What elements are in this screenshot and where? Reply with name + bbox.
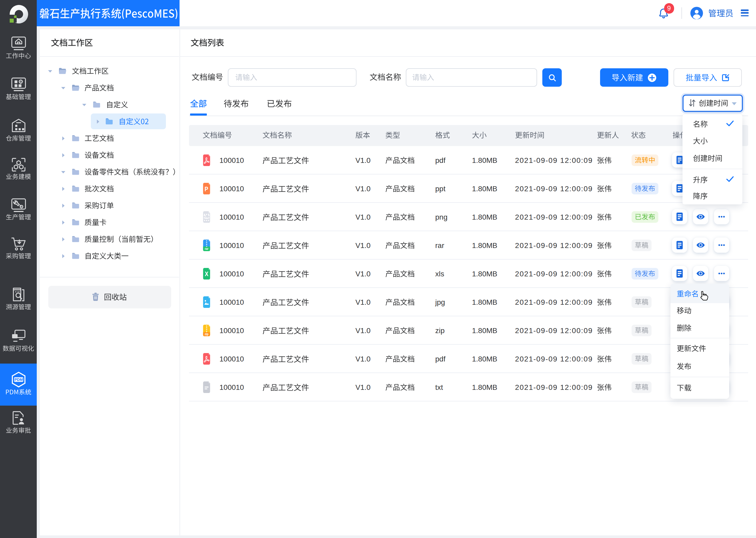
svg-text:X: X (205, 270, 209, 277)
svg-text:PDM: PDM (14, 377, 23, 382)
svg-text:zip: zip (205, 332, 209, 336)
svg-text:P: P (205, 186, 208, 192)
svg-text:rar: rar (205, 247, 209, 250)
